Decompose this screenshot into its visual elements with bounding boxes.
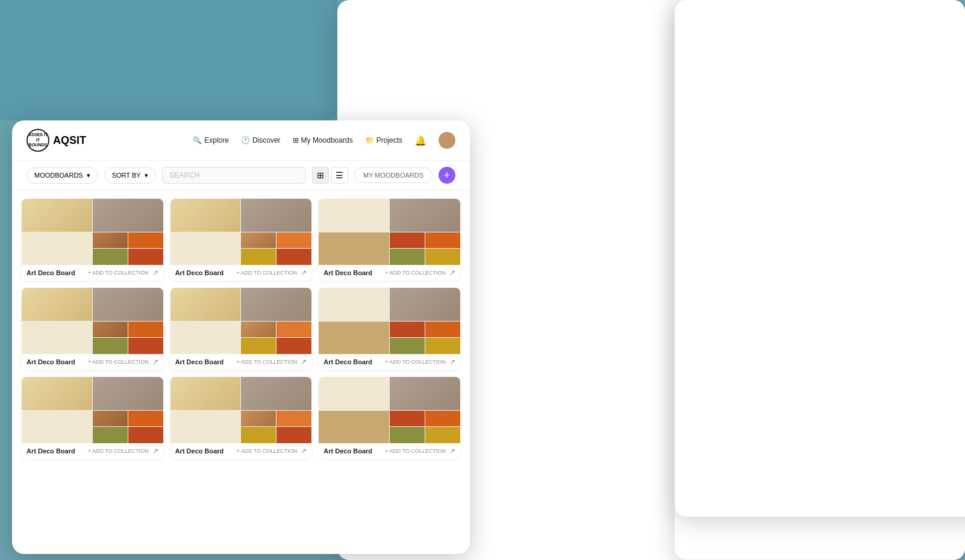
swatch-5-2 [319, 322, 389, 355]
swatch-3-2 [22, 322, 92, 355]
board-add-6[interactable]: + ADD TO COLLECTION [88, 448, 149, 454]
list-view-button[interactable]: ☰ [331, 167, 348, 184]
swatch-2-2 [319, 232, 389, 266]
swatch-7-3c [241, 427, 276, 443]
board-actions-6: + ADD TO COLLECTION ↗ [88, 447, 158, 455]
board-footer-2: Art Deco Board + ADD TO COLLECTION ↗ [319, 265, 460, 281]
boards-grid: Art Deco Board + ADD TO COLLECTION ↗ [12, 190, 470, 554]
board-share-2[interactable]: ↗ [449, 269, 455, 277]
board-card-3: Art Deco Board + ADD TO COLLECTION ↗ [22, 288, 163, 370]
front-logo-text: AQSIT [53, 134, 86, 147]
front-bell-icon[interactable]: 🔔 [414, 135, 426, 146]
board-name-4: Art Deco Board [175, 358, 224, 366]
add-button[interactable]: + [439, 167, 455, 184]
swatch-2-1 [390, 199, 460, 232]
swatch-5-3a [390, 322, 425, 338]
sort-by-label: SORT BY [112, 172, 141, 179]
swatch-1-0 [170, 199, 241, 232]
front-moodboards-icon: ⊞ [293, 136, 299, 145]
view-toggle: ⊞ ☰ [312, 167, 348, 184]
front-avatar[interactable] [439, 132, 455, 149]
boards-grid-inner: Art Deco Board + ADD TO COLLECTION ↗ [22, 199, 460, 459]
board-share-5[interactable]: ↗ [449, 358, 455, 366]
board-share-8[interactable]: ↗ [449, 447, 455, 455]
front-explore-label: Explore [204, 136, 229, 145]
swatch-2-3d [425, 249, 460, 265]
board-share-1[interactable]: ↗ [301, 269, 307, 277]
board-share-0[interactable]: ↗ [152, 269, 158, 277]
swatch-5-3d [425, 338, 460, 354]
swatch-4-3a [241, 322, 276, 338]
board-card-1: Art Deco Board + ADD TO COLLECTION ↗ [170, 199, 312, 281]
board-swatches-5 [319, 288, 460, 354]
board-add-2[interactable]: + ADD TO COLLECTION [385, 270, 446, 276]
moodboards-dropdown[interactable]: MOODBOARDS ▾ [27, 167, 98, 184]
front-discover-icon: 🕐 [241, 136, 250, 145]
swatch-2-3c [390, 249, 425, 265]
board-add-4[interactable]: + ADD TO COLLECTION [236, 359, 297, 365]
board-name-8: Art Deco Board [323, 447, 372, 455]
board-add-7[interactable]: + ADD TO COLLECTION [236, 448, 297, 454]
board-actions-0: + ADD TO COLLECTION ↗ [88, 269, 158, 277]
board-swatches-3 [22, 288, 163, 354]
swatch-0-3a [93, 232, 128, 249]
board-share-6[interactable]: ↗ [152, 447, 158, 455]
swatch-2-0 [319, 199, 389, 232]
sort-by-dropdown[interactable]: SORT BY ▾ [104, 167, 156, 184]
swatch-5-1 [390, 288, 460, 321]
swatch-7-3a [241, 411, 276, 427]
board-share-4[interactable]: ↗ [301, 358, 307, 366]
front-nav-discover[interactable]: 🕐 Discover [241, 136, 281, 145]
swatch-8-3c [390, 427, 425, 443]
front-logo: ASSES ITIT BOUNDS AQSIT [27, 129, 86, 152]
front-logo-circle: ASSES ITIT BOUNDS [27, 129, 49, 152]
front-nav-explore[interactable]: 🔍 Explore [193, 136, 229, 145]
board-add-0[interactable]: + ADD TO COLLECTION [88, 270, 149, 276]
swatch-1-3d [276, 249, 311, 265]
front-nav: ASSES ITIT BOUNDS AQSIT 🔍 Explore 🕐 Disc… [12, 120, 470, 161]
front-nav-projects[interactable]: 📁 Projects [365, 136, 402, 145]
board-actions-7: + ADD TO COLLECTION ↗ [236, 447, 307, 455]
grid-view-button[interactable]: ⊞ [312, 167, 329, 184]
swatch-6-3c [93, 427, 128, 443]
swatch-4-3b [276, 322, 311, 338]
front-nav-moodboards[interactable]: ⊞ My Moodboards [293, 136, 353, 145]
swatch-1-3a [241, 232, 276, 249]
board-swatches-6 [22, 377, 163, 443]
board-add-1[interactable]: + ADD TO COLLECTION [236, 270, 297, 276]
board-name-7: Art Deco Board [175, 447, 224, 455]
swatch-6-3a [93, 411, 128, 427]
search-placeholder: SEARCH [170, 171, 200, 179]
swatch-6-2 [22, 411, 92, 444]
swatch-8-3a [390, 411, 425, 427]
search-bar[interactable]: SEARCH [162, 167, 306, 184]
board-add-3[interactable]: + ADD TO COLLECTION [88, 359, 149, 365]
swatch-6-0 [22, 377, 92, 410]
board-actions-3: + ADD TO COLLECTION ↗ [88, 358, 158, 366]
swatch-7-1 [241, 377, 311, 410]
swatch-0-3c [93, 249, 128, 265]
teal-background [0, 0, 337, 120]
swatch-8-1 [390, 377, 460, 410]
swatch-7-3b [276, 411, 311, 427]
board-actions-1: + ADD TO COLLECTION ↗ [236, 269, 307, 277]
board-add-5[interactable]: + ADD TO COLLECTION [385, 359, 446, 365]
swatch-3-3b [128, 322, 163, 338]
swatch-4-2 [170, 322, 241, 355]
front-moodboards-label: My Moodboards [301, 136, 353, 145]
my-moodboards-pill: MY MOODBOARDS [354, 167, 433, 183]
board-add-8[interactable]: + ADD TO COLLECTION [385, 448, 446, 454]
swatch-3-3d [128, 338, 163, 354]
board-share-3[interactable]: ↗ [152, 358, 158, 366]
swatch-4-1 [241, 288, 311, 321]
board-card-6: Art Deco Board + ADD TO COLLECTION ↗ [22, 377, 163, 459]
swatch-8-0 [319, 377, 389, 410]
board-share-7[interactable]: ↗ [301, 447, 307, 455]
board-name-0: Art Deco Board [27, 269, 75, 276]
moodboards-dropdown-label: MOODBOARDS [34, 172, 83, 179]
board-name-5: Art Deco Board [323, 358, 372, 366]
content-area: Laminates › Naturalle Nordic Walnut see … [675, 0, 965, 517]
board-footer-1: Art Deco Board + ADD TO COLLECTION ↗ [170, 265, 312, 281]
front-projects-icon: 📁 [365, 136, 374, 145]
swatch-1-3c [241, 249, 276, 265]
